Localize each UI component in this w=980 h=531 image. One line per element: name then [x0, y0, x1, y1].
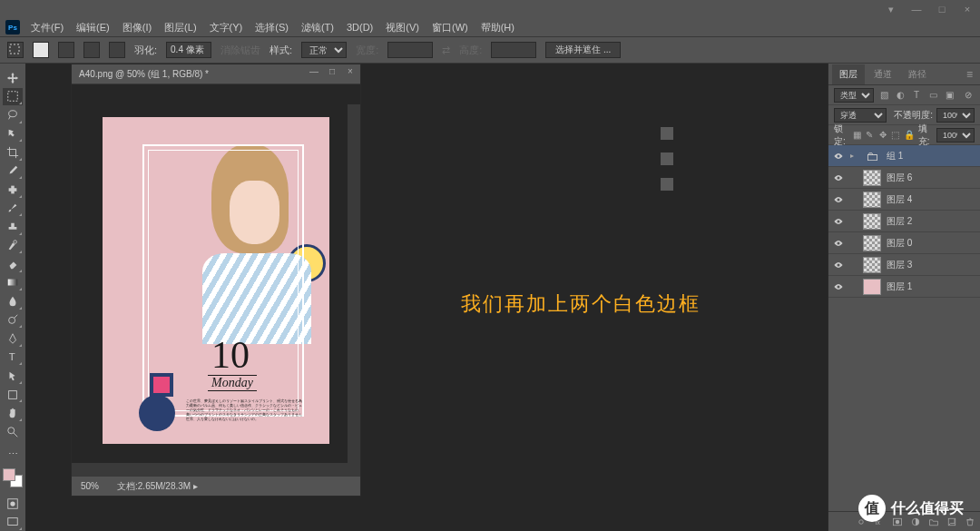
color-swatches[interactable]	[3, 468, 23, 487]
doc-info-label: 文档:	[117, 481, 138, 491]
lasso-tool[interactable]	[3, 106, 23, 124]
minimize-icon[interactable]: —	[907, 2, 926, 16]
opacity-select[interactable]: 100%	[936, 108, 975, 123]
menu-filter[interactable]: 滤镜(T)	[296, 19, 339, 36]
fill-select[interactable]: 100%	[936, 128, 975, 143]
mini-dock	[661, 127, 673, 191]
menu-view[interactable]: 视图(V)	[380, 19, 425, 36]
layer-row[interactable]: 图层 1	[828, 276, 980, 298]
filter-image-icon[interactable]: ▧	[877, 89, 890, 102]
scrollbar-vertical[interactable]	[348, 104, 360, 463]
layer-filter-select[interactable]: 类型	[834, 88, 874, 103]
minidock-color-icon[interactable]	[661, 152, 673, 165]
edit-toolbar-icon[interactable]: ⋯	[3, 446, 23, 464]
eraser-tool[interactable]	[3, 255, 23, 273]
menu-select[interactable]: 选择(S)	[250, 19, 294, 36]
document-canvas[interactable]: 10 Monday この世界、夢見ぼえしのリゾート風スタイルプリント、開式を使せ…	[72, 84, 360, 476]
blend-mode-select[interactable]: 穿透	[834, 108, 887, 123]
brush-tool[interactable]	[3, 200, 23, 218]
shape-tool[interactable]	[3, 386, 23, 404]
menu-edit[interactable]: 编辑(E)	[71, 19, 115, 36]
svg-rect-1	[8, 92, 18, 102]
lock-all-icon[interactable]: 🔒	[904, 129, 915, 142]
feather-input[interactable]	[166, 42, 211, 58]
lock-pos-icon[interactable]: ✥	[878, 129, 887, 142]
history-brush-tool[interactable]	[3, 237, 23, 255]
heal-tool[interactable]	[3, 181, 23, 199]
new-selection-icon[interactable]	[33, 42, 49, 58]
visibility-icon[interactable]	[832, 215, 845, 228]
collapse-icon[interactable]: ▾	[882, 2, 900, 16]
visibility-icon[interactable]	[832, 280, 845, 293]
lock-nest-icon[interactable]: ⬚	[891, 129, 900, 142]
intersect-selection-icon[interactable]	[109, 42, 125, 58]
filter-adjust-icon[interactable]: ◐	[894, 89, 906, 102]
marquee-tool[interactable]	[3, 88, 23, 106]
tab-layers[interactable]: 图层	[832, 64, 865, 84]
pen-tool[interactable]	[3, 329, 23, 348]
visibility-icon[interactable]	[832, 259, 845, 271]
menu-3d[interactable]: 3D(D)	[341, 20, 378, 34]
layer-row[interactable]: ▸🗀组 1	[828, 145, 980, 167]
eyedropper-tool[interactable]	[3, 162, 23, 181]
layer-thumb	[863, 192, 881, 208]
menu-type[interactable]: 文字(Y)	[204, 19, 249, 36]
layer-row[interactable]: 图层 3	[828, 254, 980, 276]
zoom-level[interactable]: 50%	[81, 481, 99, 491]
tab-paths[interactable]: 路径	[901, 64, 934, 84]
dodge-tool[interactable]	[3, 311, 23, 329]
foreground-color[interactable]	[3, 468, 15, 481]
filter-smart-icon[interactable]: ▣	[943, 89, 956, 102]
svg-rect-4	[11, 185, 15, 193]
menu-layer[interactable]: 图层(L)	[159, 19, 201, 36]
close-icon[interactable]: ×	[958, 2, 976, 16]
menu-file[interactable]: 文件(F)	[25, 19, 69, 36]
visibility-icon[interactable]	[832, 150, 845, 162]
filter-toggle-icon[interactable]: ⊘	[962, 89, 975, 102]
menu-image[interactable]: 图像(I)	[117, 19, 157, 36]
tool-preset-icon[interactable]	[7, 42, 24, 58]
filter-type-icon[interactable]: T	[910, 89, 923, 102]
visibility-icon[interactable]	[832, 193, 845, 206]
style-select[interactable]: 正常	[301, 42, 347, 58]
blur-tool[interactable]	[3, 292, 23, 310]
select-and-mask-button[interactable]: 选择并遮住 ...	[545, 42, 621, 58]
stamp-tool[interactable]	[3, 218, 23, 236]
scrollbar-horizontal[interactable]	[72, 463, 360, 476]
minidock-history-icon[interactable]	[661, 127, 673, 140]
layer-row[interactable]: 图层 0	[828, 232, 980, 254]
gradient-tool[interactable]	[3, 274, 23, 292]
add-selection-icon[interactable]	[58, 42, 74, 58]
delete-layer-icon[interactable]	[964, 516, 976, 528]
subtract-selection-icon[interactable]	[83, 42, 100, 58]
panel-menu-icon[interactable]: ≡	[963, 68, 976, 81]
lock-paint-icon[interactable]: ✎	[865, 129, 874, 142]
hand-tool[interactable]	[3, 404, 23, 422]
maximize-icon[interactable]: □	[933, 2, 951, 16]
layer-row[interactable]: 图层 6	[828, 167, 980, 189]
visibility-icon[interactable]	[832, 172, 845, 184]
lock-trans-icon[interactable]: ▦	[852, 129, 861, 142]
quick-select-tool[interactable]	[3, 125, 23, 143]
layer-row[interactable]: 图层 2	[828, 211, 980, 232]
move-tool[interactable]	[3, 69, 23, 87]
menu-help[interactable]: 帮助(H)	[475, 19, 520, 36]
quickmask-tool[interactable]	[3, 495, 23, 513]
type-tool[interactable]: T	[3, 349, 23, 367]
layer-row[interactable]: 图层 4	[828, 189, 980, 211]
doc-minimize-icon[interactable]: —	[308, 66, 320, 76]
tab-channels[interactable]: 通道	[867, 64, 899, 84]
minidock-properties-icon[interactable]	[661, 178, 673, 191]
screenmode-tool[interactable]	[3, 514, 23, 531]
doc-maximize-icon[interactable]: □	[326, 66, 338, 76]
path-select-tool[interactable]	[3, 367, 23, 385]
filter-shape-icon[interactable]: ▭	[926, 89, 939, 102]
zoom-tool[interactable]	[3, 423, 23, 441]
layer-name: 图层 1	[887, 280, 912, 293]
crop-tool[interactable]	[3, 143, 23, 162]
menu-window[interactable]: 窗口(W)	[426, 19, 474, 36]
document-tab[interactable]: A40.png @ 50% (组 1, RGB/8) * — □ ×	[72, 64, 360, 84]
layer-thumb	[863, 170, 881, 186]
visibility-icon[interactable]	[832, 237, 845, 250]
doc-close-icon[interactable]: ×	[344, 66, 357, 76]
